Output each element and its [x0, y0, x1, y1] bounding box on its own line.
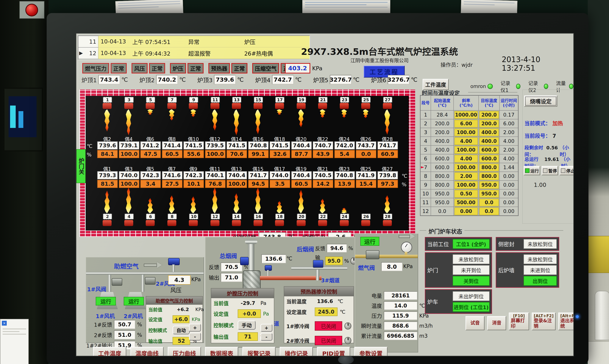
schedule-setpoint-cell[interactable]: 0.0	[479, 207, 499, 215]
schedule-cell[interactable]: 400.0	[478, 137, 500, 145]
schedule-cell[interactable]: 950.0	[478, 181, 500, 189]
schedule-setpoint-cell[interactable]: 800.0	[479, 164, 499, 171]
schedule-setpoint-cell[interactable]: 400.0	[479, 137, 499, 145]
schedule-cell[interactable]: 100.00	[454, 128, 478, 137]
couple-temp-value: 739.6	[97, 141, 118, 150]
schedule-cell[interactable]: 800.0	[478, 163, 500, 172]
nav-button[interactable]: 工件温度	[93, 347, 126, 356]
precooler-valve-knob-icon[interactable]	[344, 322, 351, 329]
flue-valve-actuator-icon[interactable]	[240, 257, 249, 265]
nav-button[interactable]: 温度曲线	[131, 347, 164, 356]
increase-button[interactable]: +	[189, 324, 201, 332]
schedule-cell[interactable]: 200.0	[478, 119, 500, 128]
burner-number-tile: 5	[146, 97, 155, 103]
schedule-cell[interactable]: 100.00	[454, 163, 478, 172]
schedule-setpoint-cell[interactable]: 4.00	[454, 137, 478, 145]
schedule-setpoint-cell[interactable]: 6.00	[454, 120, 478, 128]
operator-label: 操作员：	[440, 62, 462, 68]
schedule-setpoint-cell[interactable]: 600.0	[479, 155, 499, 163]
alarm-row[interactable]: 12▶10-04-13上午 09:44:32超温报警26#热电偶	[78, 47, 310, 59]
schedule-cell[interactable]: 0.0	[478, 198, 500, 207]
precooler-control-box: 预热器掺冷控制 当前温度136.6℃ 设定温度245.0℃ 1#掺冷阀已关闭2#…	[284, 286, 354, 343]
gas-valve-icon[interactable]	[366, 250, 379, 259]
schedule-cell[interactable]: 4.00	[454, 154, 478, 163]
workpiece-temp-button[interactable]: 工件温度	[423, 79, 449, 90]
decrease-button[interactable]: -	[189, 333, 201, 340]
rear-output-value[interactable]: 95.0	[325, 257, 343, 265]
schedule-setpoint-cell[interactable]: 100.00	[454, 164, 478, 171]
schedule-setpoint-cell[interactable]: 0.50	[454, 190, 478, 198]
status-item: 风压正常	[132, 63, 165, 74]
out-value[interactable]: 52	[172, 337, 190, 345]
mode-toggle-button[interactable]: 手动	[238, 321, 256, 330]
schedule-setpoint-cell[interactable]: 200.0	[479, 120, 499, 128]
schedule-setpoint-cell[interactable]: 500.00	[454, 199, 478, 207]
pause-button[interactable]: 暂停	[542, 166, 558, 175]
schedule-cell[interactable]: 1000.00	[454, 110, 478, 119]
nav-button[interactable]: 操作记录	[280, 347, 313, 356]
door-group-label: 当前工位	[427, 240, 450, 248]
schedule-cell[interactable]: 600.0	[478, 154, 500, 163]
air-valve-2-icon[interactable]	[145, 277, 155, 285]
air-valve-1-icon[interactable]	[112, 278, 122, 286]
schedule-cell[interactable]: 6.00	[454, 119, 478, 128]
schedule-setpoint-cell[interactable]: 0.0	[479, 199, 499, 207]
set-value[interactable]: +0.0	[238, 309, 261, 318]
schedule-cell[interactable]: 2.00	[454, 172, 478, 181]
mode-toggle-button[interactable]: 自动	[172, 326, 190, 334]
increase-button[interactable]: +	[261, 324, 272, 332]
schedule-setpoint-cell[interactable]: 100.00	[454, 146, 478, 154]
temp-unit: ℃	[402, 173, 407, 179]
schedule-setpoint-cell[interactable]: 800.0	[479, 172, 499, 180]
system-button[interactable]: [Alt+F4]退出系统	[558, 312, 574, 330]
schedule-setpoint-cell[interactable]: 600.0	[479, 146, 499, 154]
rear-flue-valve-icon[interactable]	[313, 260, 323, 268]
nav-button[interactable]: 压力曲线	[168, 347, 201, 356]
indicator-label: 记录仪1	[501, 79, 515, 93]
nav-button[interactable]: 报警记录	[242, 347, 276, 356]
schedule-cell[interactable]: 0.0	[478, 207, 500, 216]
schedule-cell[interactable]: 800.0	[478, 172, 500, 181]
schedule-setpoint-cell[interactable]: 1000.00	[454, 111, 478, 119]
run-button[interactable]: 运行	[524, 166, 540, 175]
schedule-setpoint-cell[interactable]: 4.00	[454, 155, 478, 163]
burner-setting-button[interactable]: 烧嘴设定	[524, 95, 557, 107]
schedule-cell[interactable]: 0.50	[454, 189, 478, 198]
alarm-list[interactable]: 1110-04-13上午 07:54:51异常炉压12▶10-04-13上午 0…	[78, 35, 310, 60]
nav-button[interactable]: 数据报表	[205, 347, 238, 356]
out-value[interactable]: 71	[238, 332, 258, 341]
stop-button[interactable]: 停止	[559, 166, 574, 175]
cabinet-left	[0, 0, 49, 364]
burner-block	[361, 103, 370, 109]
system-button[interactable]: 试音	[465, 316, 485, 330]
schedule-setpoint-cell[interactable]: 200.0	[479, 111, 499, 119]
schedule-cell[interactable]: 4.00	[454, 137, 478, 145]
schedule-cell[interactable]: 100.00	[454, 145, 478, 154]
schedule-setpoint-cell[interactable]: 400.0	[479, 129, 499, 136]
alarm-row[interactable]: 1110-04-13上午 07:54:51异常炉压	[78, 36, 310, 47]
schedule-cell[interactable]: 400.0	[478, 128, 500, 137]
schedule-setpoint-cell[interactable]: 950.0	[479, 181, 499, 189]
schedule-setpoint-cell[interactable]: 0.00	[454, 207, 478, 215]
header-line1: 起始温度	[434, 98, 450, 103]
schedule-cell[interactable]: 600.0	[478, 145, 500, 154]
schedule-setpoint-cell[interactable]: 2.00	[454, 172, 478, 180]
schedule-setpoint-cell[interactable]: 100.00	[454, 181, 478, 189]
schedule-cell[interactable]: 0.00	[454, 207, 478, 216]
schedule-cell[interactable]: 500.00	[454, 198, 478, 207]
schedule-cell[interactable]: 100.00	[454, 181, 478, 189]
schedule-setpoint-cell[interactable]: 950.0	[479, 190, 499, 198]
gas-panel: 运行 燃气阀 8.0 KPa 电量28161温度14.0℃压力115.9KPa瞬…	[355, 234, 418, 352]
system-button[interactable]: [ALT+F2]登录&注销	[532, 312, 556, 330]
schedule-setpoint-cell[interactable]: 100.00	[454, 129, 478, 136]
set-temp-value[interactable]: 245.0	[315, 308, 338, 316]
nav-button[interactable]: 参数设置	[354, 347, 387, 356]
system-button[interactable]: 消音	[487, 316, 506, 330]
set-value[interactable]: +6.0	[172, 315, 189, 323]
precooler-valve-knob-icon[interactable]	[344, 337, 351, 344]
nav-button[interactable]: PID设置	[317, 347, 350, 356]
schedule-cell[interactable]: 200.0	[478, 110, 500, 119]
decrease-button[interactable]: -	[261, 333, 272, 341]
system-button[interactable]: [F10]屏幕打印	[509, 312, 529, 330]
schedule-cell[interactable]: 950.0	[478, 189, 500, 198]
